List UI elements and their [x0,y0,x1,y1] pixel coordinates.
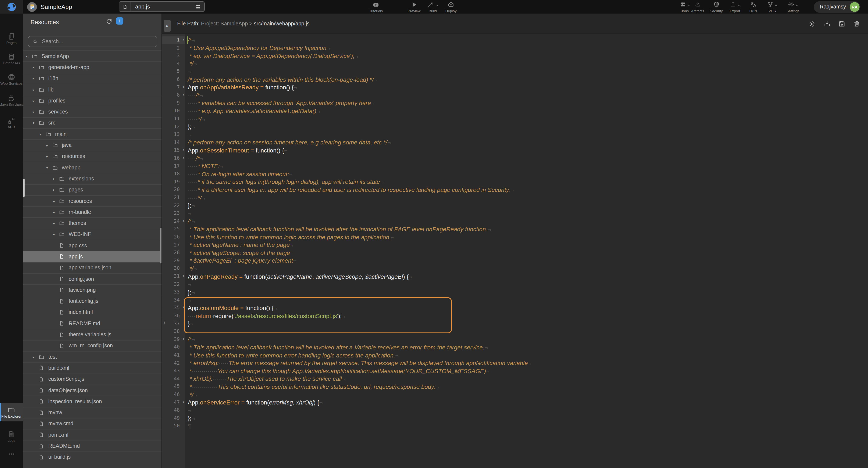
tree-item-extensions[interactable]: ▸extensions [23,173,161,184]
fold-arrow-icon[interactable]: ▾ [183,274,184,278]
collapse-panel-icon[interactable]: « [164,20,171,32]
expand-arrow-icon[interactable]: ▸ [33,65,38,69]
tree-item-resources[interactable]: ▸resources [23,151,161,162]
fold-arrow-icon[interactable]: ▾ [183,306,184,309]
tree-item-mvnw[interactable]: mvnw [23,407,161,418]
tree-item-pages[interactable]: ▸pages [23,184,161,195]
sidebar-item-web-services[interactable]: Web Services [0,73,23,86]
fold-arrow-icon[interactable]: ▾ [183,337,184,341]
fold-arrow-icon[interactable]: ▾ [183,85,184,89]
collapse-arrow-icon[interactable]: ▾ [33,121,38,125]
line-number-37[interactable]: 37i [162,320,185,328]
line-number-34[interactable]: 34 [162,296,185,304]
sidebar-item-file-explorer[interactable]: File Explorer [0,403,23,422]
code-area[interactable]: 1▾234567▾8▾9101112131415▾16▾171819202122… [162,34,868,468]
line-number-30[interactable]: 30 [162,265,185,272]
tree-item-app-js[interactable]: app.js [23,251,161,262]
collapse-arrow-icon[interactable]: ▾ [46,165,52,170]
tree-item-i18n[interactable]: ▸i18n [23,73,161,84]
tree-item-theme-variables-js[interactable]: theme.variables.js [23,329,161,340]
project-selector[interactable]: SampleApp [27,0,132,13]
tree-item-index-html[interactable]: index.html [23,307,161,318]
line-number-38[interactable]: 38 [162,328,185,335]
expand-arrow-icon[interactable]: ▸ [33,110,38,114]
expand-arrow-icon[interactable]: ▸ [53,210,59,214]
tree-item-java[interactable]: ▸java [23,139,161,151]
open-file-tab[interactable]: app.js [119,1,205,12]
tree-item-test[interactable]: ▸test [23,351,161,362]
expand-arrow-icon[interactable]: ▸ [33,88,38,92]
expand-arrow-icon[interactable]: ▸ [46,155,52,159]
line-number-35[interactable]: 35▾ [162,304,185,312]
line-number-40[interactable]: 40 [162,343,185,351]
line-number-9[interactable]: 9 [162,99,185,107]
save-icon[interactable] [838,20,845,27]
sidebar-item-databases[interactable]: Databases [0,53,23,66]
line-number-29[interactable]: 29 [162,257,185,265]
line-number-21[interactable]: 21 [162,194,185,202]
tree-item-services[interactable]: ▸services [23,106,161,117]
wavemaker-logo[interactable] [0,0,23,13]
fold-arrow-icon[interactable]: ▾ [183,148,184,152]
collapse-arrow-icon[interactable]: ▾ [26,54,32,58]
line-number-2[interactable]: 2 [162,44,185,52]
settings-icon[interactable] [809,20,816,27]
tree-scrollbar-right[interactable] [160,228,161,263]
line-number-31[interactable]: 31▾ [162,272,185,280]
tutorials-button[interactable]: Tutorials [362,1,390,13]
line-number-13[interactable]: 13 [162,131,185,138]
tree-item-font-config-js[interactable]: font.config.js [23,295,161,307]
line-number-27[interactable]: 27 [162,241,185,249]
line-number-28[interactable]: 28 [162,249,185,257]
sidebar-item-logs[interactable]: Logs [0,430,23,443]
expand-arrow-icon[interactable]: ▸ [53,188,59,192]
tree-item-resources[interactable]: ▸resources [23,195,161,206]
line-number-20[interactable]: 20 [162,186,185,194]
collapse-arrow-icon[interactable]: ▾ [39,132,45,136]
tree-item-main[interactable]: ▾main [23,128,161,139]
expand-arrow-icon[interactable]: ▸ [53,177,59,181]
expand-arrow-icon[interactable]: ▸ [33,355,38,359]
expand-arrow-icon[interactable]: ▸ [53,232,59,237]
tree-item-inspection-results-json[interactable]: inspection_results.json [23,396,161,407]
expand-arrow-icon[interactable]: ▸ [33,99,38,103]
line-number-16[interactable]: 16▾ [162,155,185,162]
delete-icon[interactable] [853,20,860,27]
line-number-12[interactable]: 12 [162,123,185,131]
tree-item-generated-rn-app[interactable]: ▸generated-rn-app [23,62,161,73]
tree-item-ui-build-js[interactable]: ui-build.js [23,451,161,463]
expand-arrow-icon[interactable]: ▸ [53,221,59,225]
line-number-33[interactable]: 33 [162,288,185,296]
tree-item-readme-md[interactable]: README.md [23,317,161,329]
line-number-32[interactable]: 32 [162,280,185,288]
tree-item-sampleapp[interactable]: ▾SampleApp [23,51,161,62]
sidebar-item-java-services[interactable]: Java Services [0,94,23,107]
tree-item-profiles[interactable]: ▸profiles [23,95,161,106]
line-number-26[interactable]: 26 [162,233,185,241]
line-number-50[interactable]: 50 [162,422,185,430]
line-number-14[interactable]: 14 [162,139,185,146]
line-number-10[interactable]: 10 [162,107,185,115]
tree-item-app-css[interactable]: app.css [23,240,161,251]
sidebar-item-apis[interactable]: APIs [0,116,23,130]
user-menu[interactable]: Raajvamsy RA [814,1,860,12]
tree-item-customscript-js[interactable]: customScript.js [23,373,161,385]
add-resource-button[interactable]: + [116,17,123,24]
tree-item-themes[interactable]: ▸themes [23,218,161,229]
fold-arrow-icon[interactable]: ▾ [183,400,184,404]
line-number-44[interactable]: 44 [162,375,185,383]
line-number-39[interactable]: 39▾ [162,336,185,343]
tree-item-favicon-png[interactable]: favicon.png [23,284,161,295]
tree-item-web-inf[interactable]: ▸WEB-INF [23,229,161,240]
sidebar-item-pages[interactable]: Pages [0,32,23,45]
fold-arrow-icon[interactable]: ▾ [183,93,184,97]
resource-search[interactable] [28,36,157,47]
line-number-47[interactable]: 47▾ [162,399,185,406]
line-number-46[interactable]: 46 [162,391,185,399]
tree-item-readme-md[interactable]: README.md [23,440,161,452]
line-number-17[interactable]: 17 [162,162,185,170]
expand-arrow-icon[interactable]: ▸ [46,143,52,147]
tree-item-wm-rn-config-json[interactable]: wm_rn_config.json [23,340,161,351]
line-number-25[interactable]: 25 [162,225,185,233]
line-number-36[interactable]: 36 [162,312,185,320]
